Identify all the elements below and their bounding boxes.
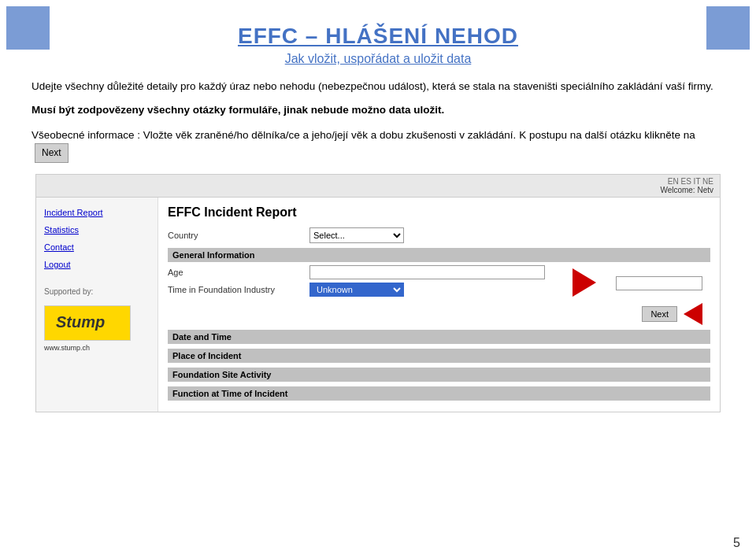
general-info-header: General Information <box>168 248 710 262</box>
main-form-content: EFFC Incident Report Country Select... G… <box>158 198 720 412</box>
arrow-area <box>553 268 616 297</box>
gen-info-fields: Age Time in Foundation Industry Unknown <box>168 265 553 300</box>
report-title: EFFC Incident Report <box>168 205 710 220</box>
country-row: Country Select... <box>168 227 710 243</box>
time-foundation-select[interactable]: Unknown <box>309 283 404 297</box>
title-section: EFFC – HLÁŠENÍ NEHOD Jak vložit, uspořád… <box>32 24 724 66</box>
stump-logo: Stump <box>44 305 131 341</box>
next-button-row: Next <box>168 303 710 325</box>
topbar-right: EN ES IT NE Welcome: Netv <box>660 177 713 194</box>
age-input-right[interactable] <box>616 276 702 290</box>
time-foundation-label: Time in Foundation Industry <box>168 285 309 294</box>
svg-text:Stump: Stump <box>56 313 105 331</box>
place-header: Place of Incident <box>168 349 710 363</box>
age-input[interactable] <box>309 265 545 279</box>
sidebar: Incident Report Statistics Contact Logou… <box>36 198 158 412</box>
next-button-inline-label: Next <box>35 143 69 163</box>
sub-title: Jak vložit, uspořádat a uložit data <box>32 52 724 66</box>
date-time-header: Date and Time <box>168 330 710 344</box>
time-foundation-row: Time in Foundation Industry Unknown <box>168 283 553 297</box>
screenshot-topbar: EN ES IT NE Welcome: Netv <box>36 175 720 198</box>
age-input-right-area <box>616 275 710 290</box>
foundation-activity-header: Foundation Site Activity <box>168 368 710 382</box>
welcome-text: Welcome: Netv <box>660 186 713 194</box>
next-button[interactable]: Next <box>642 306 677 322</box>
stump-url: www.stump.ch <box>36 344 158 352</box>
sidebar-supported-by: Supported by: <box>36 281 158 302</box>
red-arrow-right <box>573 268 596 297</box>
age-row: Age <box>168 265 553 279</box>
stump-logo-text: Stump <box>52 308 123 339</box>
language-links: EN ES IT NE <box>668 177 713 186</box>
main-title: EFFC – HLÁŠENÍ NEHOD <box>32 24 724 49</box>
screenshot-container: EN ES IT NE Welcome: Netv Incident Repor… <box>35 174 721 412</box>
info-paragraph: Všeobecné informace : Vložte věk zraněné… <box>32 127 724 164</box>
country-label: Country <box>168 231 309 240</box>
corner-decoration-tr <box>706 6 750 50</box>
intro-paragraph-2: Musí být zodpovězeny všechny otázky form… <box>32 102 724 118</box>
page-number: 5 <box>733 536 740 550</box>
function-header: Function at Time of Incident <box>168 386 710 401</box>
country-select[interactable]: Select... <box>309 227 404 243</box>
screenshot-inner: Incident Report Statistics Contact Logou… <box>36 198 720 412</box>
age-label: Age <box>168 268 309 277</box>
intro-paragraph-1: Udejte všechny důležité detaily pro každ… <box>32 79 724 94</box>
sidebar-item-statistics[interactable]: Statistics <box>36 221 158 238</box>
corner-decoration-tl <box>6 6 50 50</box>
sidebar-item-contact[interactable]: Contact <box>36 238 158 256</box>
gen-info-row: Age Time in Foundation Industry Unknown <box>168 265 710 300</box>
sidebar-item-incident-report[interactable]: Incident Report <box>36 204 158 221</box>
red-arrow-left <box>684 303 702 325</box>
sidebar-item-logout[interactable]: Logout <box>36 256 158 273</box>
